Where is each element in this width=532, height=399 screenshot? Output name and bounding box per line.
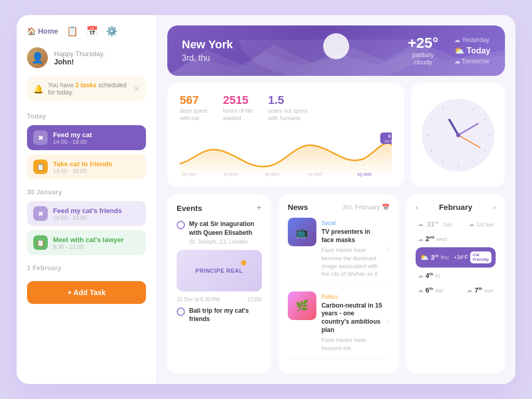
task-icon-take: 📋 [33, 159, 48, 174]
cal-day-name2-31: 1st tue [476, 221, 494, 228]
nav-icons: 🏠 Home 📋 📅 ⚙️ [27, 25, 146, 37]
event-content-1: My cat Sir inaguration with Queen Elisab… [189, 220, 262, 245]
clock-face [422, 99, 495, 171]
svg-text:1Q 2020: 1Q 2020 [357, 172, 371, 177]
list-icon[interactable]: 📋 [66, 25, 78, 37]
cat-friendly-badge: CatFriendly [470, 251, 491, 263]
events-card: Events + My cat Sir inaguration with Que… [167, 194, 271, 374]
add-event-button[interactable]: + [256, 203, 262, 214]
settings-icon[interactable]: ⚙️ [106, 25, 117, 37]
news-item-1[interactable]: 📺 Social TV presenters in face masks Fac… [288, 218, 390, 285]
notification-close[interactable]: ✕ [134, 85, 140, 93]
svg-point-25 [456, 133, 460, 137]
task-item-feed-cat[interactable]: ✖ Feed my cat 14:00 - 18:00 [27, 125, 146, 150]
calendar-small-icon: 📅 [382, 204, 390, 211]
calendar-row-4th[interactable]: ☁ 4th fri [416, 269, 496, 282]
event-title-2: Bali trip for my cat's friends [189, 307, 262, 324]
cloud-icon-31: ☁ [418, 221, 425, 228]
task-details-feed: Feed my cat 14:00 - 18:00 [53, 131, 140, 145]
cal-day-name-7: sun [484, 287, 494, 294]
news-tag-2: Politics [322, 294, 338, 300]
svg-line-11 [473, 107, 474, 110]
bottom-row: Events + My cat Sir inaguration with Que… [167, 194, 505, 374]
task-time-friends: 14:00 - 18:00 [53, 215, 140, 221]
task-details-take: Take cat to friends 14:00 - 18:00 [53, 160, 140, 174]
news-card: News 3rd, February 📅 📺 Social TV present… [278, 194, 399, 374]
svg-line-15 [473, 160, 474, 163]
stats-chart: 6 cat hrs 1Q 2019 2Q 2019 3Q 2019 4Q 201… [180, 130, 392, 177]
svg-line-12 [483, 119, 486, 121]
news-excerpt-2: Face masks have become the [322, 336, 382, 352]
task-details-lawyer: Meet with cat's lawyer 9:30 - 12:00 [53, 236, 140, 250]
cloud-icon2-7: ☁ [467, 287, 472, 294]
clock-ticks-svg [422, 99, 495, 171]
task-icon-friends: ✖ [33, 206, 48, 221]
weather-date: 3rd, thu [182, 54, 233, 63]
cal-day-num-31: 31st [427, 220, 442, 228]
jan30-label: 30 January [27, 189, 146, 196]
sun-icon-3: ⛅ [420, 253, 429, 261]
svg-line-18 [430, 150, 433, 151]
event-dot-2 [177, 308, 185, 316]
cal-day-num-3: 3rd [431, 254, 438, 261]
event-dot-1 [177, 221, 185, 229]
event-item-2[interactable]: Bali trip for my cat's friends [177, 307, 262, 324]
events-header: Events + [177, 203, 262, 214]
event-content-2: Bali trip for my cat's friends [189, 307, 262, 324]
news-date: 3rd, February 📅 [342, 204, 390, 211]
stat-label-days: days spentwith cat [180, 107, 207, 122]
cal-day-name-2: wed [436, 236, 447, 242]
task-item-take-cat[interactable]: 📋 Take cat to friends 14:00 - 18:00 [27, 154, 146, 179]
task-item-lawyer[interactable]: 📋 Meet with cat's lawyer 9:30 - 12:00 [27, 230, 146, 255]
task-details-friends: Feed my cat's friends 14:00 - 18:00 [53, 207, 140, 221]
calendar-row-31[interactable]: ☁ 31st tue ☁ 1st tue [416, 218, 496, 231]
svg-text:3Q 2019: 3Q 2019 [265, 172, 279, 177]
cal-day-num-4: 4th [425, 272, 433, 280]
stat-label-years: years not spentwith humans [268, 107, 307, 122]
news-item-2[interactable]: 🌿 Politics Carbon-neutral in 15 years - … [288, 291, 390, 359]
svg-line-17 [442, 160, 444, 163]
map-label: PRINCIPE REAL [195, 268, 243, 274]
news-arrow-1[interactable]: › [387, 244, 390, 252]
calendar-row-2nd[interactable]: ☁ 2nd wed [416, 232, 496, 245]
greeting-text: Happy Thursday, John! [54, 50, 105, 66]
chart-area: 6 cat hrs 1Q 2019 2Q 2019 3Q 2019 4Q 201… [180, 130, 392, 177]
app-container: 🏠 Home 📋 📅 ⚙️ 👤 Happy Thursday, John! 🔔 … [17, 15, 515, 384]
event-title-1: My cat Sir inaguration with Queen Elisab… [189, 220, 262, 237]
calendar-prev-button[interactable]: ‹ [416, 203, 418, 211]
calendar-row-3rd[interactable]: ⛅ 3rd thu +34°F CatFriendly [416, 247, 496, 268]
stat-value-hours: 2515 [223, 94, 252, 107]
news-thumb-2: 🌿 [288, 291, 316, 320]
svg-line-24 [458, 135, 480, 148]
calendar-icon[interactable]: 📅 [86, 25, 98, 37]
stat-value-years: 1.5 [268, 94, 307, 107]
news-arrow-2[interactable]: › [387, 317, 390, 326]
stats-and-clock: 567 days spentwith cat 2515 hours of lif… [167, 83, 505, 188]
svg-text:6: 6 [388, 134, 391, 139]
svg-line-20 [430, 119, 433, 121]
task-item-feed-friends[interactable]: ✖ Feed my cat's friends 14:00 - 18:00 [27, 201, 146, 226]
add-task-button[interactable]: + Add Task [27, 281, 146, 304]
feb1-label: 1 February [27, 264, 146, 272]
weather-desc: partiallycloudy [408, 51, 438, 66]
svg-line-21 [442, 107, 444, 110]
task-time-take: 14:00 - 18:00 [53, 168, 140, 174]
user-greeting: 👤 Happy Thursday, John! [27, 47, 146, 68]
events-title: Events [177, 204, 202, 212]
event-item-1[interactable]: My cat Sir inaguration with Queen Elisab… [177, 220, 262, 245]
event-map: PRINCIPE REAL [177, 250, 262, 291]
news-content-1: Social TV presenters in face masks Face … [322, 218, 382, 278]
weather-day-yesterday[interactable]: ☁ Yesterday [454, 36, 490, 44]
weather-day-tomorrow[interactable]: ☁ Tomorrow [454, 58, 490, 65]
stats-row: 567 days spentwith cat 2515 hours of lif… [180, 94, 392, 122]
weather-card: New York 3rd, thu +25° partiallycloudy ☁… [167, 25, 505, 76]
calendar-row-6th[interactable]: ☁ 6th sat ☁ 7th sun [416, 284, 496, 297]
svg-text:1Q 2019: 1Q 2019 [182, 172, 196, 177]
calendar-header: ‹ February › [416, 203, 496, 211]
stat-value-days: 567 [180, 94, 207, 107]
calendar-month: February [439, 203, 472, 211]
svg-text:cat hrs: cat hrs [384, 139, 392, 143]
home-nav[interactable]: 🏠 Home [27, 27, 58, 35]
news-tag-1: Social [322, 220, 336, 226]
calendar-next-button[interactable]: › [493, 203, 496, 211]
